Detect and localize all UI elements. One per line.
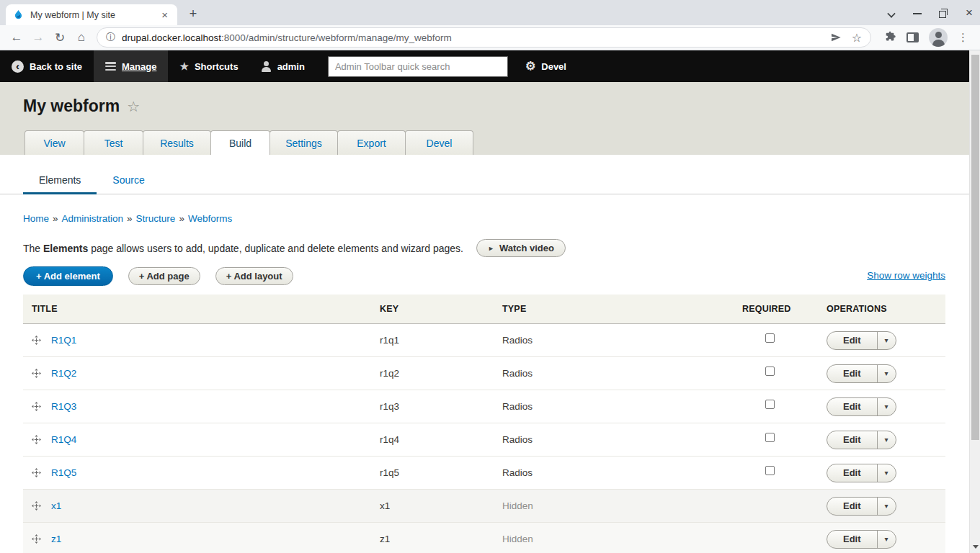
manage-menu-item[interactable]: Manage: [94, 50, 168, 82]
breadcrumb-webforms[interactable]: Webforms: [188, 213, 232, 224]
tab-build[interactable]: Build: [210, 130, 270, 155]
page-scrollbar[interactable]: [969, 50, 980, 553]
drag-handle-icon[interactable]: [32, 534, 41, 544]
tab-view[interactable]: View: [24, 130, 84, 155]
col-header-type: TYPE: [494, 295, 734, 324]
bookmark-star-icon[interactable]: ☆: [852, 31, 862, 45]
table-row: R1Q4 r1q4 Radios Edit▾: [23, 423, 945, 457]
shortcuts-menu-item[interactable]: ★ Shortcuts: [168, 50, 249, 82]
edit-dropdown-toggle[interactable]: ▾: [878, 498, 896, 515]
element-title-link[interactable]: x1: [51, 500, 61, 511]
favorite-star-icon[interactable]: ☆: [127, 98, 140, 115]
element-type: Radios: [494, 457, 734, 490]
admin-quick-search-input[interactable]: [328, 56, 508, 77]
element-title-link[interactable]: z1: [51, 534, 61, 544]
element-title-link[interactable]: R1Q3: [51, 401, 76, 412]
secondary-tabs: Elements Source: [0, 155, 969, 194]
element-key: r1q3: [371, 390, 494, 423]
edit-dropdown-toggle[interactable]: ▾: [878, 365, 896, 382]
edit-button[interactable]: Edit▾: [827, 431, 896, 449]
reload-icon[interactable]: ↻: [49, 30, 71, 45]
admin-user-menu-item[interactable]: admin: [250, 50, 316, 82]
home-icon[interactable]: ⌂: [71, 30, 92, 45]
drag-handle-icon[interactable]: [32, 435, 41, 444]
subtab-elements[interactable]: Elements: [23, 170, 97, 194]
element-key: z1: [371, 523, 494, 553]
table-row: R1Q5 r1q5 Radios Edit▾: [23, 457, 945, 490]
drag-handle-icon[interactable]: [32, 468, 41, 477]
back-to-site-link[interactable]: ‹ Back to site: [0, 50, 94, 82]
element-title-link[interactable]: R1Q1: [51, 335, 76, 346]
drag-handle-icon[interactable]: [32, 501, 41, 511]
table-row: z1 z1 Hidden Edit▾: [23, 523, 945, 553]
scrollbar-down-arrow[interactable]: [973, 545, 979, 549]
new-tab-button[interactable]: +: [184, 6, 202, 23]
watch-video-button[interactable]: ► Watch video: [476, 239, 566, 257]
side-panel-icon[interactable]: [906, 32, 919, 42]
tab-export[interactable]: Export: [337, 130, 406, 155]
devel-menu-item[interactable]: ⚙ Devel: [514, 50, 578, 82]
window-restore-button[interactable]: [938, 8, 948, 18]
add-layout-button[interactable]: + Add layout: [215, 267, 293, 285]
edit-button[interactable]: Edit▾: [827, 331, 896, 350]
edit-button[interactable]: Edit▾: [827, 364, 896, 383]
edit-dropdown-toggle[interactable]: ▾: [878, 398, 896, 415]
required-checkbox[interactable]: [765, 433, 775, 442]
extensions-puzzle-icon[interactable]: [884, 30, 896, 45]
element-key: r1q5: [371, 457, 494, 490]
element-title-link[interactable]: R1Q4: [51, 434, 76, 445]
edit-button[interactable]: Edit▾: [827, 397, 896, 416]
element-title-link[interactable]: R1Q5: [51, 467, 76, 478]
col-header-key: KEY: [371, 295, 494, 324]
breadcrumb-home[interactable]: Home: [23, 213, 49, 224]
element-key: r1q1: [371, 324, 494, 357]
col-header-operations: OPERATIONS: [818, 295, 945, 324]
tab-search-chevron-icon[interactable]: [886, 8, 896, 18]
required-checkbox[interactable]: [765, 333, 775, 343]
required-checkbox[interactable]: [765, 367, 775, 376]
page-header: My webform ☆ View Test Results Build Set…: [0, 82, 969, 155]
drag-handle-icon[interactable]: [32, 402, 41, 411]
window-close-button[interactable]: ×: [964, 8, 974, 18]
window-minimize-button[interactable]: [912, 8, 922, 18]
user-person-icon: [262, 61, 272, 72]
breadcrumb-administration[interactable]: Administration: [62, 213, 124, 224]
add-element-button[interactable]: + Add element: [23, 266, 113, 286]
scrollbar-thumb[interactable]: [971, 55, 979, 440]
required-checkbox[interactable]: [765, 400, 775, 409]
edit-dropdown-toggle[interactable]: ▾: [878, 431, 896, 449]
tab-results[interactable]: Results: [143, 130, 211, 155]
profile-avatar[interactable]: [929, 28, 948, 47]
url-text: drupal.docker.localhost:8000/admin/struc…: [122, 32, 824, 43]
add-page-button[interactable]: + Add page: [128, 267, 200, 285]
browser-toolbar: ← → ↻ ⌂ ⓘ drupal.docker.localhost:8000/a…: [0, 25, 980, 50]
required-checkbox[interactable]: [765, 466, 775, 475]
edit-button[interactable]: Edit▾: [827, 530, 896, 549]
browser-tab[interactable]: My webform | My site ×: [6, 4, 177, 25]
send-to-device-icon[interactable]: [830, 32, 842, 43]
table-row: R1Q3 r1q3 Radios Edit▾: [23, 390, 945, 423]
edit-button[interactable]: Edit▾: [827, 497, 896, 516]
edit-button[interactable]: Edit▾: [827, 464, 896, 482]
show-row-weights-link[interactable]: Show row weights: [867, 270, 945, 281]
address-bar[interactable]: ⓘ drupal.docker.localhost:8000/admin/str…: [97, 27, 871, 48]
browser-menu-kebab-icon[interactable]: ⋮: [958, 31, 968, 44]
tab-settings[interactable]: Settings: [270, 130, 338, 155]
tab-close-icon[interactable]: ×: [159, 9, 170, 21]
drag-handle-icon[interactable]: [32, 336, 41, 345]
tab-test[interactable]: Test: [84, 130, 143, 155]
breadcrumb-structure[interactable]: Structure: [136, 213, 176, 224]
drag-handle-icon[interactable]: [32, 369, 41, 378]
element-title-link[interactable]: R1Q2: [51, 368, 76, 379]
tab-devel[interactable]: Devel: [405, 130, 473, 155]
element-key: r1q2: [371, 357, 494, 390]
site-info-icon[interactable]: ⓘ: [106, 31, 115, 44]
edit-dropdown-toggle[interactable]: ▾: [878, 464, 896, 482]
element-key: r1q4: [371, 423, 494, 457]
hamburger-icon: [105, 62, 116, 71]
element-type: Radios: [494, 357, 734, 390]
edit-dropdown-toggle[interactable]: ▾: [878, 332, 896, 349]
edit-dropdown-toggle[interactable]: ▾: [878, 531, 896, 548]
back-icon[interactable]: ←: [6, 30, 27, 45]
subtab-source[interactable]: Source: [97, 170, 160, 194]
